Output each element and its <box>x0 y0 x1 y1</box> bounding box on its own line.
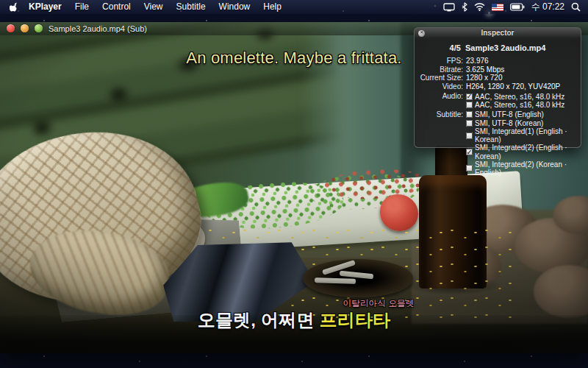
bitrate-row: Bitrate: 3.625 Mbps <box>415 66 581 74</box>
audio-track-1-checkbox[interactable] <box>466 93 473 100</box>
battery-icon[interactable] <box>510 3 525 11</box>
menu-item-file[interactable]: File <box>68 0 96 14</box>
subtitle-track-row: SMI, Integrated(1) (English · Korean) <box>415 127 581 144</box>
subtitle-korean: 오믈렛, 어쩌면 프리타타 <box>0 308 588 332</box>
fps-value: 23.976 <box>466 57 489 66</box>
video-row: Video: H264, 1280 x 720, YUV420P <box>415 82 581 91</box>
current-size-value: 1280 x 720 <box>466 74 503 82</box>
audio-track-row: Audio: AAC, Stereo, s16, 48.0 kHz <box>415 92 581 101</box>
subtitle-track-5[interactable]: SMI, Integrated(2) (Korean · English) <box>466 160 581 177</box>
subtitle-label: Subtitle: <box>415 110 466 119</box>
display-icon[interactable] <box>443 3 455 12</box>
apple-menu-icon[interactable] <box>6 2 22 13</box>
video-value: H264, 1280 x 720, YUV420P <box>466 82 560 91</box>
menu-bar-clock[interactable]: 수 07:22 <box>531 1 564 13</box>
audio-track-1[interactable]: AAC, Stereo, s16, 48.0 kHz <box>466 92 564 101</box>
subtitle-track-3-label: SMI, Integrated(1) (English · Korean) <box>475 127 581 144</box>
subtitle-track-1-label: SMI, UTF-8 (English) <box>475 110 544 118</box>
audio-track-1-label: AAC, Stereo, s16, 48.0 kHz <box>475 93 564 101</box>
fps-row: FPS: 23.976 <box>415 57 581 66</box>
subtitle-track-row: SMI, Integrated(2) (Korean · English) <box>415 160 581 177</box>
audio-track-row: AAC, Stereo, s16, 48.0 kHz <box>415 101 581 109</box>
inspector-file-header: 4/5 Sample3 2audio.mp4 <box>415 43 581 52</box>
inspector-close-button[interactable] <box>418 30 425 37</box>
close-button[interactable] <box>7 24 15 32</box>
video-label: Video: <box>415 82 466 91</box>
audio-label: Audio: <box>415 92 466 101</box>
inspector-title: Inspector <box>481 29 514 37</box>
menu-item-control[interactable]: Control <box>96 0 137 14</box>
menu-bar: KPlayer File Control View Subtitle Windo… <box>0 0 588 14</box>
spotlight-icon[interactable] <box>571 2 581 12</box>
fps-label: FPS: <box>415 57 466 66</box>
wifi-icon[interactable] <box>474 3 485 11</box>
subtitle-track-row: Subtitle: SMI, UTF-8 (English) <box>415 110 581 119</box>
subtitle-track-5-label: SMI, Integrated(2) (Korean · English) <box>475 160 581 177</box>
menu-item-window[interactable]: Window <box>212 0 257 14</box>
bluetooth-icon[interactable] <box>462 2 467 12</box>
subtitle-track-3[interactable]: SMI, Integrated(1) (English · Korean) <box>466 127 581 144</box>
subtitle-track-row: SMI, Integrated(2) (English · Korean) <box>415 144 581 160</box>
subtitle-track-5-checkbox[interactable] <box>466 165 473 171</box>
subtitle-track-1[interactable]: SMI, UTF-8 (English) <box>466 110 544 119</box>
audio-track-2[interactable]: AAC, Stereo, s16, 48.0 kHz <box>466 101 564 109</box>
menu-item-help[interactable]: Help <box>257 0 288 14</box>
subtitle-track-2-label: SMI, UTF-8 (Korean) <box>475 119 543 127</box>
us-flag-input-icon[interactable] <box>492 4 503 11</box>
inspector-panel: Inspector 4/5 Sample3 2audio.mp4 FPS: 23… <box>414 27 581 148</box>
subtitle-track-4[interactable]: SMI, Integrated(2) (English · Korean) <box>466 144 581 160</box>
inspector-title-bar[interactable]: Inspector <box>415 28 581 38</box>
bitrate-value: 3.625 Mbps <box>466 66 504 74</box>
subtitle-track-2-checkbox[interactable] <box>466 120 473 127</box>
menu-item-kplayer[interactable]: KPlayer <box>22 0 68 14</box>
current-size-row: Current Size: 1280 x 720 <box>415 74 581 82</box>
subtitle-track-row: SMI, UTF-8 (Korean) <box>415 119 581 127</box>
bitrate-label: Bitrate: <box>415 66 466 74</box>
subtitle-track-4-label: SMI, Integrated(2) (English · Korean) <box>475 144 581 160</box>
subtitle-korean-highlight: 프리타타 <box>320 310 391 330</box>
subtitle-track-1-checkbox[interactable] <box>466 111 473 118</box>
current-size-label: Current Size: <box>415 74 466 82</box>
menu-item-view[interactable]: View <box>137 0 170 14</box>
subtitle-annotation: 이탈리아식 오믈렛 <box>298 298 459 309</box>
audio-track-2-label: AAC, Stereo, s16, 48.0 kHz <box>475 101 564 109</box>
menu-item-subtitle[interactable]: Subtitle <box>170 0 212 14</box>
audio-track-2-checkbox[interactable] <box>466 102 473 108</box>
subtitle-track-4-checkbox[interactable] <box>466 149 473 155</box>
subtitle-track-3-checkbox[interactable] <box>466 132 473 139</box>
window-title: Sample3 2audio.mp4 (Sub) <box>49 24 147 33</box>
minimize-button[interactable] <box>21 24 29 32</box>
zoom-button[interactable] <box>35 24 43 32</box>
subtitle-korean-leading: 오믈렛, 어쩌면 <box>198 310 320 330</box>
subtitle-track-2[interactable]: SMI, UTF-8 (Korean) <box>466 119 543 127</box>
